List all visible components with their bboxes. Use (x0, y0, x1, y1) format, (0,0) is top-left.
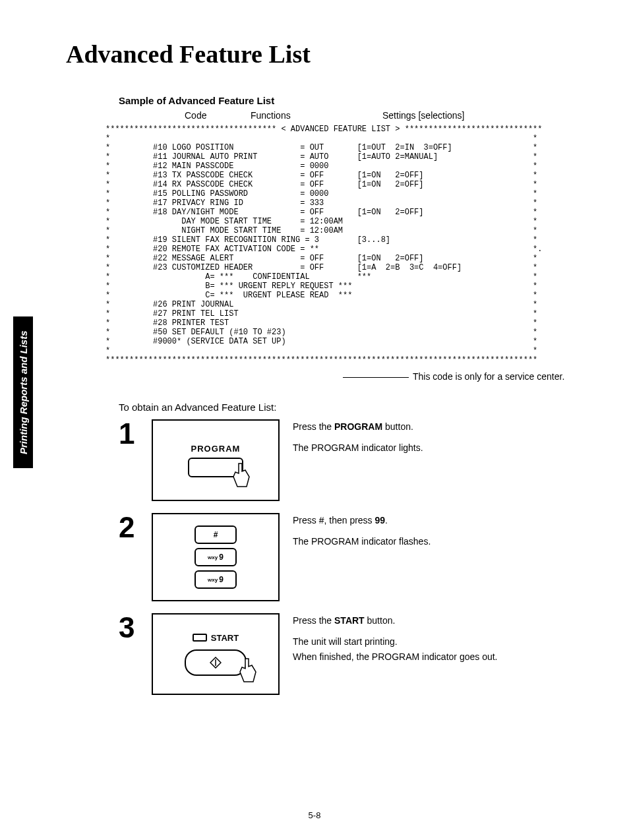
step-illustration: #wxy 9wxy 9 (152, 513, 280, 601)
step-text-line: The PROGRAM indicator flashes. (293, 534, 431, 549)
step-text: Press the PROGRAM button.The PROGRAM ind… (293, 419, 423, 462)
service-center-callout: This code is only for a service center. (343, 371, 603, 382)
step-text: Press #, then press 99.The PROGRAM indic… (293, 513, 431, 556)
step-illustration: PROGRAM (152, 419, 280, 501)
step-text: Press the START button.The unit will sta… (293, 613, 497, 671)
hash-key: # (195, 525, 237, 544)
step-text-line: Press the START button. (293, 613, 497, 628)
side-tab: Printing Reports and Lists (13, 316, 33, 468)
step-row: 2#wxy 9wxy 9Press #, then press 99.The P… (119, 513, 603, 601)
step-number: 3 (119, 613, 152, 642)
start-button-label: START (193, 633, 239, 643)
steps-list: 1PROGRAMPress the PROGRAM button.The PRO… (119, 419, 603, 695)
step-row: 3 STARTPress the START button.The unit w… (119, 613, 603, 695)
step-row: 1PROGRAMPress the PROGRAM button.The PRO… (119, 419, 603, 501)
col-functions-label: Functions (251, 110, 291, 121)
sample-subtitle: Sample of Advanced Feature List (119, 95, 603, 106)
step-text-line: Press the PROGRAM button. (293, 419, 423, 434)
nine-key: wxy 9 (195, 548, 237, 566)
feature-list-printout: ************************************ < A… (105, 125, 603, 365)
page-title: Advanced Feature List (66, 40, 603, 69)
page-number: 5-8 (309, 810, 321, 820)
step-text-line: Press #, then press 99. (293, 513, 431, 527)
step-text-line: The PROGRAM indicator lights. (293, 440, 423, 455)
col-code-label: Code (185, 110, 206, 121)
hand-icon (232, 655, 265, 688)
column-labels: Code Functions Settings [selections] (185, 110, 603, 125)
step-number: 1 (119, 419, 152, 448)
step-illustration: START (152, 613, 280, 695)
col-settings-label: Settings [selections] (382, 110, 465, 121)
program-button-label: PROGRAM (191, 444, 241, 454)
step-number: 2 (119, 513, 152, 542)
hand-icon (225, 460, 258, 493)
step-text-line: The unit will start printing.When finish… (293, 634, 497, 664)
nine-key: wxy 9 (195, 570, 237, 589)
callout-text: This code is only for a service center. (413, 371, 564, 382)
intro-text: To obtain an Advanced Feature List: (119, 402, 603, 413)
